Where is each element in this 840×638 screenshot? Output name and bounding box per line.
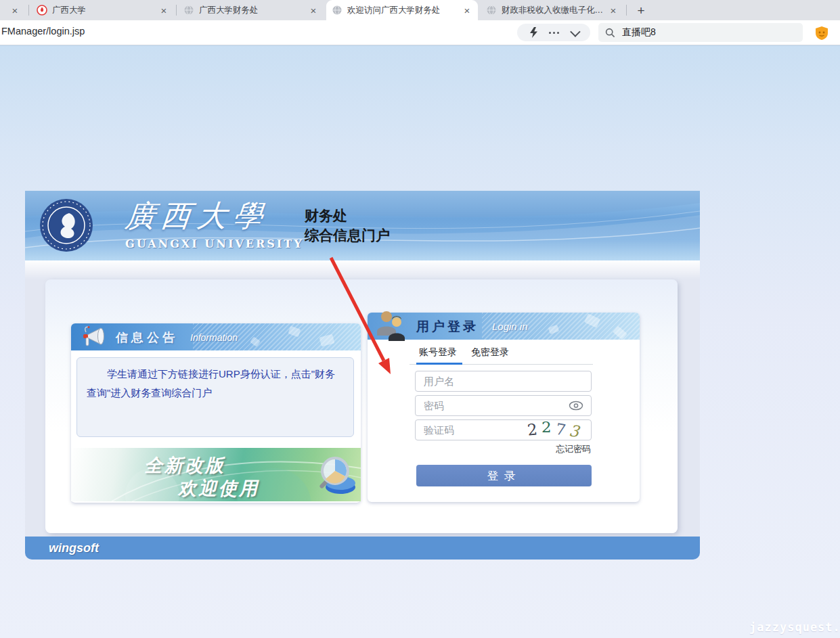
tab-separator xyxy=(626,5,627,16)
login-tabs: 账号登录 免密登录 xyxy=(368,345,640,365)
login-button[interactable]: 登录 xyxy=(416,465,592,486)
university-logo xyxy=(39,198,94,253)
globe-icon xyxy=(183,5,194,16)
footer-brand: wingsoft xyxy=(49,541,99,555)
portal-title-line1: 财务处 xyxy=(305,206,390,225)
announcement-box: 学生请通过下方链接进行URP身份认证，点击"财务查询"进入财务查询综合门户 xyxy=(76,357,354,437)
tab-separator xyxy=(28,5,29,16)
site-banner: 廣西大學 GUANGXI UNIVERSITY 财务处 综合信息门户 xyxy=(25,191,700,261)
tab-separator xyxy=(176,5,177,16)
promo-line2: 欢迎使用 xyxy=(178,476,259,501)
promo-line1: 全新改版 xyxy=(144,453,225,478)
close-icon[interactable]: × xyxy=(9,5,20,16)
close-icon[interactable]: × xyxy=(462,5,472,16)
tab-finance-dept[interactable]: 广西大学财务处 × xyxy=(178,0,324,20)
close-icon[interactable]: × xyxy=(608,5,619,16)
promo-banner[interactable]: 全新改版 欢迎使用 xyxy=(71,445,361,501)
captcha-field-wrap: 2 2 7 3 xyxy=(415,419,592,440)
more-options-icon[interactable] xyxy=(549,32,559,34)
address-bar: FManager/login.jsp xyxy=(0,20,840,45)
search-icon xyxy=(605,28,615,38)
portal-title-line2: 综合信息门户 xyxy=(305,225,390,245)
captcha-digit: 7 xyxy=(554,420,567,439)
password-field-wrap xyxy=(415,395,592,416)
username-field-wrap xyxy=(415,371,592,392)
tab-title: 广西大学 xyxy=(52,5,154,16)
tab-fiscal-system[interactable]: 财政非税收入收缴电子化管理 × xyxy=(481,0,624,20)
users-icon xyxy=(373,309,410,342)
tab-account-login[interactable]: 账号登录 xyxy=(419,346,457,359)
lightning-icon[interactable] xyxy=(529,27,538,38)
captcha-digit: 3 xyxy=(568,421,580,440)
close-icon[interactable]: × xyxy=(308,5,319,16)
active-tab-underline xyxy=(416,363,462,365)
tab-guangxi-university[interactable]: 广西大学 × xyxy=(31,0,175,20)
search-input[interactable] xyxy=(621,26,786,39)
info-title: 信息公告 xyxy=(116,329,178,346)
login-title: 用户登录 xyxy=(416,318,479,336)
browser-tab-bar: × 广西大学 × 广西大学财务处 × 欢迎访问广西大学财务处 × xyxy=(0,0,840,20)
info-title-en: Information xyxy=(190,332,238,343)
banner-fade xyxy=(25,260,700,279)
globe-icon xyxy=(332,5,342,16)
university-name: 廣西大學 GUANGXI UNIVERSITY xyxy=(125,196,301,250)
watermark: jazzysquest.com xyxy=(749,620,840,634)
announcement-text: 学生请通过下方链接进行URP身份认证，点击"财务查询"进入财务查询综合门户 xyxy=(87,365,344,403)
eye-icon[interactable] xyxy=(569,401,583,411)
tab-title: 广西大学财务处 xyxy=(199,5,303,16)
globe-icon xyxy=(486,5,497,16)
password-input[interactable] xyxy=(415,395,592,416)
tab-title: 欢迎访问广西大学财务处 xyxy=(347,5,457,16)
browser-controls xyxy=(517,24,590,41)
close-icon[interactable]: × xyxy=(158,5,169,16)
page-footer: wingsoft xyxy=(25,537,700,560)
captcha-digit: 2 xyxy=(541,418,552,436)
info-card: 信息公告 Information 学生请通过下方链接进行URP身份认证，点击"财… xyxy=(71,323,361,503)
captcha-digit: 2 xyxy=(527,420,538,438)
login-title-en: Login in xyxy=(492,321,528,332)
tab-title: 财政非税收入收缴电子化管理 xyxy=(502,5,603,16)
university-name-en: GUANGXI UNIVERSITY xyxy=(125,237,301,250)
university-name-cn: 廣西大學 xyxy=(123,196,303,236)
captcha-image[interactable]: 2 2 7 3 xyxy=(527,421,579,438)
chevron-down-icon[interactable] xyxy=(570,26,581,37)
magnifier-chart-icon xyxy=(312,452,357,497)
shield-icon[interactable] xyxy=(814,26,829,41)
username-input[interactable] xyxy=(415,371,592,392)
portal-title: 财务处 综合信息门户 xyxy=(305,206,390,245)
info-card-header: 信息公告 Information xyxy=(71,323,361,350)
tab-passwordless-login[interactable]: 免密登录 xyxy=(471,346,509,359)
megaphone-icon xyxy=(81,325,109,350)
new-tab-button[interactable]: + xyxy=(632,2,650,20)
red-badge-icon xyxy=(37,5,47,16)
tab-welcome-active[interactable]: 欢迎访问广西大学财务处 × xyxy=(326,0,478,20)
forgot-password-link[interactable]: 忘记密码 xyxy=(556,443,591,455)
login-card: 用户登录 Login in 账号登录 免密登录 2 2 7 3 忘记密码 登录 xyxy=(368,313,640,502)
url-text[interactable]: FManager/login.jsp xyxy=(1,26,85,37)
search-box[interactable] xyxy=(598,23,803,42)
